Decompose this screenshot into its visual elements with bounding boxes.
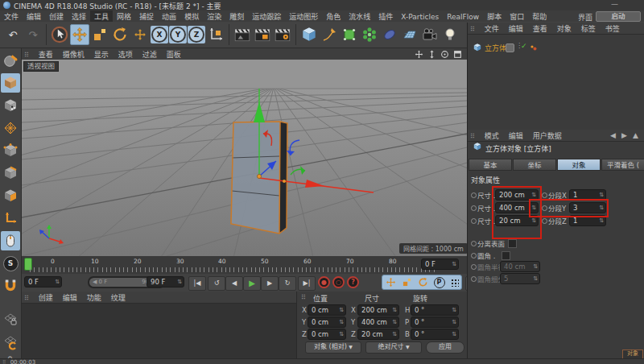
menu-plugins[interactable]: 插件 [374,10,397,23]
workplane-mode[interactable] [1,118,20,138]
timeline-ruler[interactable]: 0 10 20 30 40 50 60 70 80 90 0 F⇅ [22,256,467,275]
menu-edit[interactable]: 编辑 [23,10,45,23]
vp-menu-filter[interactable]: 过滤 [138,48,162,60]
pos-x-field[interactable]: 0 cm⇅ [308,304,346,316]
z-axis-lock[interactable]: Z [188,26,205,43]
anim-dot-icon[interactable] [471,264,477,270]
cube-seg-y-field[interactable]: 3⇅ [569,202,606,213]
add-camera-button[interactable] [420,24,440,45]
cube-size-z-field[interactable]: 20 cm⇅ [495,215,539,226]
add-light-button[interactable] [440,24,460,45]
axis-mode[interactable] [1,209,20,228]
menu-animate[interactable]: 动画 [158,10,180,23]
prev-key-button[interactable]: ↺ [208,276,225,291]
mat-menu-texture[interactable]: 纹理 [106,292,130,304]
add-environment-button[interactable] [380,24,399,45]
render-settings-button[interactable] [273,24,292,45]
viewport-canvas[interactable] [22,60,467,256]
record-scale-toggle[interactable] [402,277,412,287]
add-floor-button[interactable] [400,24,419,45]
next-frame-button[interactable]: ▶ [261,276,279,291]
record-pla-toggle[interactable] [451,279,459,287]
add-spline-button[interactable] [320,24,339,45]
material-c-icon[interactable] [1,333,20,352]
menu-realflow[interactable]: RealFlow [443,12,483,22]
menu-file[interactable]: 文件 [0,10,23,23]
size-x-field[interactable]: 200 cm⇅ [357,304,399,316]
vp-menu-cameras[interactable]: 摄像机 [58,48,89,60]
history-forward-icon[interactable]: ▶ [621,131,627,139]
object-name[interactable]: 立方体 [485,43,506,53]
viewport-toggle-icon[interactable] [452,49,462,59]
history-back-icon[interactable]: ◀ [610,131,616,139]
anim-dot-icon[interactable] [542,192,547,198]
tab-phong[interactable]: 平滑着色 ( [601,159,644,171]
menu-script[interactable]: 脚本 [483,10,506,23]
autokey-button[interactable]: ○ [332,276,345,288]
menu-snap[interactable]: 捕捉 [135,10,158,23]
texture-paint-mode[interactable] [1,51,20,70]
am-menu-userdata[interactable]: 用户数据 [528,130,567,142]
om-menu-edit[interactable]: 编辑 [504,23,528,35]
menu-mograph[interactable]: 运动图形 [285,10,322,23]
anim-dot-icon[interactable] [471,205,477,211]
menu-help[interactable]: 帮助 [528,10,551,23]
record-rotation-toggle[interactable] [418,277,428,287]
om-menu-tags[interactable]: 标签 [576,23,601,35]
polygons-mode[interactable] [1,186,20,205]
cube-seg-x-field[interactable]: 1⇅ [569,189,606,201]
last-tool[interactable] [130,24,150,45]
anim-dot-icon[interactable] [471,218,477,224]
live-select-tool[interactable] [50,24,69,45]
anim-dot-icon[interactable] [471,253,477,259]
magnet-snap-toggle[interactable] [1,276,20,296]
menu-sculpt[interactable]: 雕刻 [225,10,248,23]
next-key-button[interactable]: ↻ [279,276,296,291]
anim-dot-icon[interactable] [471,276,477,282]
vp-menu-display[interactable]: 显示 [89,48,114,60]
edges-mode[interactable] [1,163,20,183]
am-menu-mode[interactable]: 模式 [480,130,504,142]
rot-h-field[interactable]: 0 °⇅ [411,304,459,316]
mat-menu-function[interactable]: 功能 [82,292,106,304]
object-row-cube[interactable]: 立方体 ⋮ ✓ [468,42,644,53]
mat-menu-create[interactable]: 创建 [34,292,58,304]
material-lock-icon[interactable] [1,310,20,329]
menu-character[interactable]: 角色 [322,10,345,23]
model-mode[interactable] [1,73,20,93]
cube-seg-z-field[interactable]: 1⇅ [569,215,606,226]
record-parameter-toggle[interactable]: P [434,277,445,288]
vp-menu-view[interactable]: 查看 [34,48,58,60]
anim-dot-icon[interactable] [542,205,547,211]
snap-toggle[interactable]: S [1,254,20,273]
am-menu-edit[interactable]: 编辑 [504,130,528,142]
add-generator-button[interactable] [340,24,359,45]
add-deformer-button[interactable] [360,24,379,45]
points-mode[interactable] [1,141,20,160]
mat-menu-edit[interactable]: 编辑 [58,292,82,304]
tab-basic[interactable]: 基本 [469,159,512,171]
goto-end-button[interactable]: ▶| [298,276,316,291]
texture-mode[interactable] [1,96,20,115]
render-to-pv-button[interactable] [253,24,272,45]
render-view-button[interactable] [233,24,252,45]
panel-grip-icon[interactable]: ⠿ [468,24,477,35]
om-menu-objects[interactable]: 对象 [552,23,576,35]
rot-b-field[interactable]: 0 °⇅ [411,329,459,340]
size-y-field[interactable]: 400 cm⇅ [357,316,399,328]
anim-dot-icon[interactable] [542,218,547,224]
panel-grip-icon[interactable]: ⠿ [22,293,31,304]
menu-xparticles[interactable]: X-Particles [397,12,443,22]
move-tool[interactable] [70,24,89,45]
record-keyframe-button[interactable]: ● [318,276,330,288]
undo-button[interactable]: ↶ [3,24,23,45]
fillet-checkbox[interactable] [502,251,510,260]
cube-size-y-field[interactable]: 400 cm⇅ [495,202,539,213]
menu-motion-tracker[interactable]: 运动跟踪 [248,10,285,23]
menu-pipeline[interactable]: 流水线 [345,10,374,23]
layout-dropdown[interactable]: 启动 [596,11,641,22]
layer-square-icon[interactable] [506,43,514,52]
coordinate-system-button[interactable] [206,24,225,45]
x-axis-lock[interactable]: X [151,26,168,43]
coord-mode-dropdown[interactable]: 对象 (相对) ▼ [305,341,361,354]
